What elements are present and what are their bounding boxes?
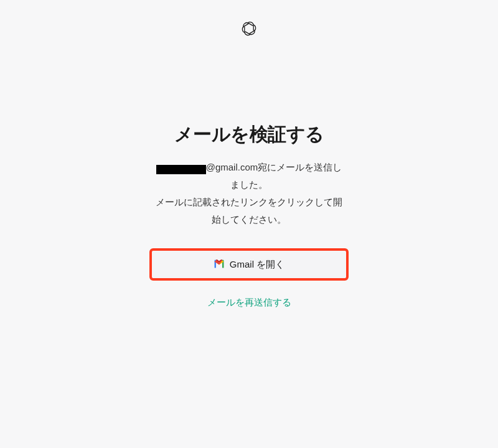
- header-logo-wrap: [239, 19, 259, 41]
- instruction-line-1: メールに記載されたリンクをクリックして開: [156, 195, 342, 210]
- open-gmail-label: Gmail を開く: [230, 259, 284, 271]
- sent-line-1: @gmail.com 宛にメールを送信し: [156, 160, 342, 175]
- gmail-icon: [214, 259, 225, 270]
- page-title: メールを検証する: [174, 122, 324, 147]
- email-domain: @gmail.com: [206, 160, 258, 175]
- redacted-email-local: [156, 165, 206, 174]
- openai-logo-icon: [239, 19, 259, 41]
- description-block: @gmail.com 宛にメールを送信し ました。 メールに記載されたリンクをク…: [156, 160, 342, 230]
- verify-panel: メールを検証する @gmail.com 宛にメールを送信し ました。 メールに記…: [143, 122, 355, 309]
- open-gmail-button[interactable]: Gmail を開く: [149, 248, 349, 281]
- sent-suffix-1: 宛にメールを送信し: [258, 160, 342, 175]
- instruction-line-2: 始してください。: [156, 212, 342, 227]
- sent-line-2: ました。: [156, 177, 342, 192]
- resend-email-link[interactable]: メールを再送信する: [207, 297, 291, 309]
